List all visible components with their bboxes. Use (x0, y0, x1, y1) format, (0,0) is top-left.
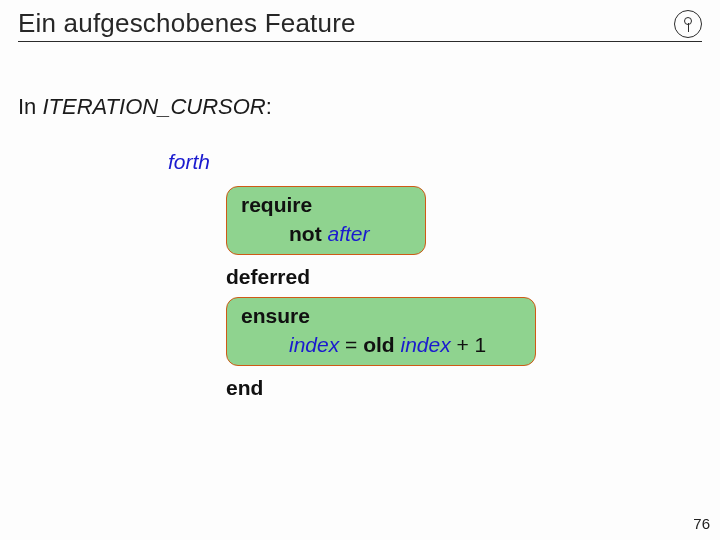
ensure-lhs: index (289, 333, 339, 356)
code-block: forth require not after deferred ensure … (168, 148, 702, 402)
deferred-keyword: deferred (226, 263, 702, 291)
require-keyword: require (241, 193, 312, 216)
ensure-plus: + 1 (451, 333, 487, 356)
ensure-keyword: ensure (241, 304, 310, 327)
page-number: 76 (693, 515, 710, 532)
not-keyword: not (289, 222, 322, 245)
end-keyword: end (226, 374, 702, 402)
slide-title: Ein aufgeschobenes Feature (18, 8, 356, 41)
after-ident: after (328, 222, 370, 245)
feature-name: forth (168, 148, 702, 176)
require-box: require not after (226, 186, 426, 255)
ensure-rhs: index (400, 333, 450, 356)
old-keyword: old (363, 333, 395, 356)
intro-classname: ITERATION_CURSOR (42, 94, 265, 119)
chair-logo-icon (674, 10, 702, 38)
intro-prefix: In (18, 94, 42, 119)
ensure-box: ensure index = old index + 1 (226, 297, 536, 366)
intro-line: In ITERATION_CURSOR: (18, 94, 702, 120)
intro-suffix: : (266, 94, 272, 119)
ensure-eq: = (339, 333, 363, 356)
